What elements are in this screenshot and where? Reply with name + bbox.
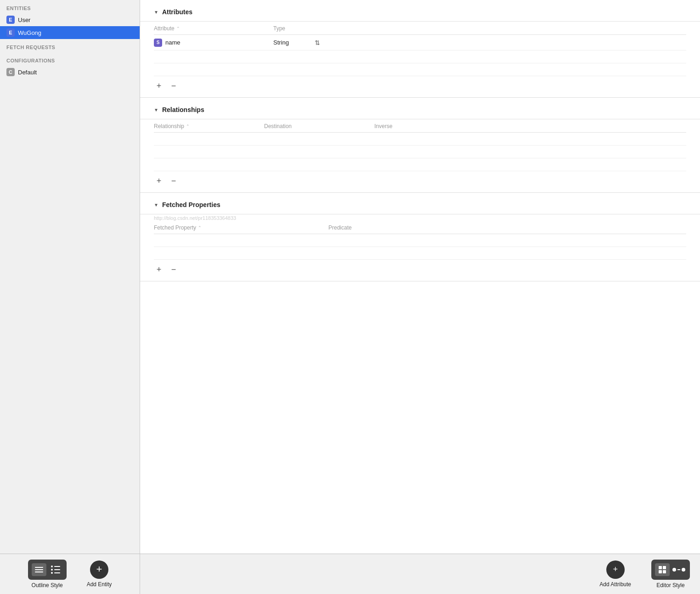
attribute-name-cell: S name: [154, 39, 273, 47]
sidebar-item-label-wugong: WuGong: [18, 29, 41, 36]
entities-section-label: ENTITIES: [0, 0, 140, 13]
fetched-properties-col-header-row: Fetched Property ⌃ Predicate: [154, 221, 686, 234]
attributes-title: Attributes: [162, 8, 192, 16]
wugong-badge: E: [6, 28, 15, 37]
toolbar-right: + Add Attribute: [140, 554, 700, 594]
attributes-action-row: + −: [154, 76, 686, 97]
relationships-section-header: ▼ Relationships: [140, 98, 700, 119]
relationship-col-header[interactable]: Relationship ⌃: [154, 123, 264, 129]
user-badge: E: [6, 16, 15, 24]
predicate-col-header: Predicate: [328, 224, 686, 231]
add-entity-item[interactable]: + Add Entity: [77, 556, 122, 592]
fetched-properties-empty-row-1: [154, 234, 686, 247]
relationship-sort-icon: ⌃: [186, 124, 190, 129]
outline-style-item[interactable]: Outline Style: [18, 555, 77, 593]
outline-style-btn-detail[interactable]: [48, 563, 63, 576]
fetched-properties-title: Fetched Properties: [162, 201, 220, 208]
relationships-empty-row-3: [154, 158, 686, 171]
attribute-col-header[interactable]: Attribute ⌃: [154, 25, 273, 32]
sidebar-item-label-user: User: [18, 17, 30, 23]
relationships-col-header-row: Relationship ⌃ Destination Inverse: [154, 119, 686, 133]
type-stepper-icon: ⇅: [315, 39, 320, 46]
add-attribute-item[interactable]: + Add Attribute: [589, 556, 641, 592]
relationships-triangle-icon[interactable]: ▼: [154, 107, 158, 112]
fetched-properties-triangle-icon[interactable]: ▼: [154, 202, 158, 207]
add-fetched-property-button[interactable]: +: [154, 264, 164, 275]
sidebar-item-label-default: Default: [18, 69, 37, 76]
attributes-section-body: Attribute ⌃ Type S name String Integer 1…: [140, 22, 700, 97]
divider-3: [140, 281, 700, 281]
destination-col-header: Destination: [264, 123, 374, 129]
toolbar: Outline Style + Add Entity + Add Attribu…: [0, 554, 700, 594]
relationships-empty-row-1: [154, 133, 686, 146]
relationships-action-row: + −: [154, 171, 686, 192]
editor-style-btn-table[interactable]: [655, 563, 670, 576]
add-attribute-plus-icon: +: [613, 565, 618, 573]
content-area: ▼ Attributes Attribute ⌃ Type S name: [140, 0, 700, 554]
attributes-empty-row-1: [154, 50, 686, 63]
fetched-properties-action-row: + −: [154, 260, 686, 281]
add-entity-label: Add Entity: [87, 581, 112, 588]
default-badge: C: [6, 68, 15, 76]
sidebar-item-wugong[interactable]: E WuGong: [0, 26, 140, 39]
add-entity-plus-icon: +: [96, 564, 102, 574]
editor-style-label: Editor Style: [656, 582, 684, 588]
attribute-name-text[interactable]: name: [165, 39, 181, 46]
type-col-header: Type: [273, 25, 686, 32]
relationships-title: Relationships: [162, 106, 204, 113]
editor-style-btn-graph[interactable]: [672, 563, 686, 576]
attribute-type-cell: String Integer 16 Integer 32 Integer 64 …: [273, 39, 686, 46]
main-container: ENTITIES E User E WuGong FETCH REQUESTS …: [0, 0, 700, 554]
sidebar-item-default[interactable]: C Default: [0, 66, 140, 78]
add-relationship-button[interactable]: +: [154, 176, 164, 186]
attribute-sort-icon: ⌃: [176, 26, 180, 31]
outline-style-group: [28, 560, 67, 580]
editor-style-item[interactable]: Editor Style: [641, 555, 700, 593]
remove-relationship-button[interactable]: −: [169, 176, 179, 186]
sidebar: ENTITIES E User E WuGong FETCH REQUESTS …: [0, 0, 140, 554]
attributes-col-header-row: Attribute ⌃ Type: [154, 22, 686, 35]
list-outline-icon: [35, 567, 43, 572]
fetched-property-col-header[interactable]: Fetched Property ⌃: [154, 224, 328, 231]
attributes-empty-row-2: [154, 63, 686, 76]
add-attribute-circle-btn[interactable]: +: [606, 560, 625, 579]
inverse-col-header: Inverse: [374, 123, 686, 129]
attribute-type-select[interactable]: String Integer 16 Integer 32 Integer 64 …: [273, 39, 312, 46]
sidebar-item-user[interactable]: E User: [0, 13, 140, 26]
remove-fetched-property-button[interactable]: −: [169, 264, 179, 275]
table-grid-icon: [659, 566, 666, 573]
add-entity-circle-btn[interactable]: +: [90, 560, 108, 579]
remove-attribute-button[interactable]: −: [169, 81, 179, 91]
toolbar-left: Outline Style + Add Entity: [0, 554, 140, 594]
configurations-label: CONFIGURATIONS: [0, 52, 140, 66]
editor-style-group: [651, 560, 690, 580]
relationships-section-body: Relationship ⌃ Destination Inverse + −: [140, 119, 700, 192]
relationships-empty-row-2: [154, 146, 686, 158]
outline-style-label: Outline Style: [32, 582, 63, 588]
s-badge: S: [154, 39, 162, 47]
attributes-triangle-icon[interactable]: ▼: [154, 10, 158, 15]
add-attribute-label: Add Attribute: [599, 581, 631, 588]
fetched-properties-section-body: http://blog.csdn.net/pr118353364833 Fetc…: [140, 214, 700, 281]
outline-style-btn-list[interactable]: [32, 563, 46, 576]
detail-outline-icon: [51, 566, 60, 574]
fetch-requests-label: FETCH REQUESTS: [0, 39, 140, 52]
fetched-property-sort-icon: ⌃: [198, 225, 202, 230]
fetched-properties-empty-row-2: [154, 247, 686, 260]
add-attribute-inline-button[interactable]: +: [154, 81, 164, 91]
attributes-section-header: ▼ Attributes: [140, 0, 700, 22]
attribute-row-name: S name String Integer 16 Integer 32 Inte…: [154, 35, 686, 50]
watermark: http://blog.csdn.net/pr118353364833: [154, 214, 686, 221]
graph-node-icon: [672, 568, 685, 572]
fetched-properties-section-header: ▼ Fetched Properties: [140, 193, 700, 214]
